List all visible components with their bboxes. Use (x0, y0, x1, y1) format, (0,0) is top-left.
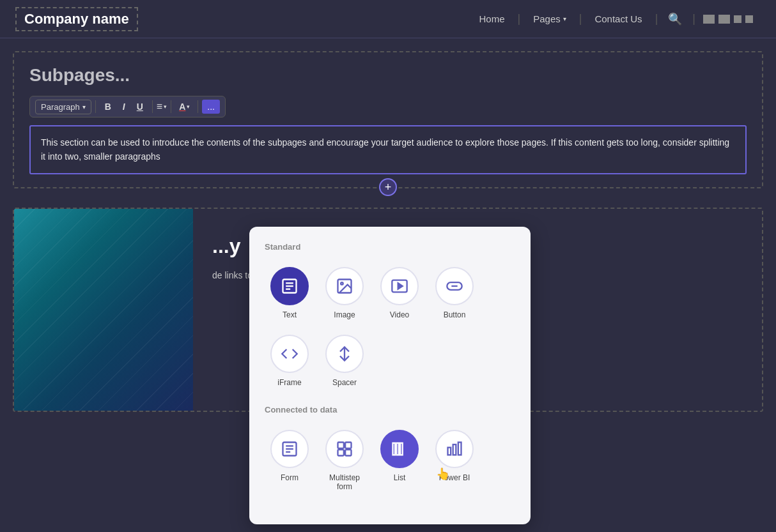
cursor-indicator: 👆 (436, 467, 450, 481)
block-item-iframe[interactable]: iFrame (265, 330, 314, 392)
standard-section-label: Standard (265, 242, 515, 252)
add-block-container: + (379, 178, 397, 196)
toolbar-divider-4 (198, 100, 198, 113)
text-toolbar: Paragraph ▾ B I U ≡ ▾ A ▾ ... (29, 96, 226, 118)
toolbar-divider-2 (152, 100, 153, 113)
svg-rect-22 (448, 448, 451, 455)
nav-contact[interactable]: Contact Us (582, 13, 655, 24)
block-item-spacer[interactable]: Spacer (320, 330, 369, 392)
video-block-label: Video (390, 310, 409, 319)
svg-rect-21 (400, 443, 403, 455)
page-content: Subpages... Paragraph ▾ B I U ≡ ▾ A ▾ ..… (0, 38, 776, 425)
more-options-button[interactable]: ... (202, 100, 220, 114)
color-button[interactable]: A ▾ (175, 99, 194, 114)
block-item-list[interactable]: List (375, 425, 424, 496)
text-content[interactable]: This section can be used to introduce th… (29, 125, 747, 174)
italic-button[interactable]: I (118, 99, 130, 114)
top-navigation: Company name Home | Pages ▾ | Contact Us… (0, 0, 776, 38)
text-block-icon (270, 267, 309, 305)
add-block-button[interactable]: + (379, 178, 397, 196)
connected-blocks-grid: Form Multistep form (265, 425, 515, 496)
paragraph-select[interactable]: Paragraph ▾ (35, 100, 91, 114)
image-block-icon (325, 267, 364, 305)
block-item-video[interactable]: Video (375, 262, 424, 324)
image-block-label: Image (334, 310, 355, 319)
button-block-icon (435, 267, 474, 305)
company-name[interactable]: Company name (15, 7, 138, 31)
bottom-image (14, 209, 193, 411)
chevron-down-icon: ▾ (82, 103, 86, 110)
svg-point-5 (341, 282, 343, 285)
underline-button[interactable]: U (132, 99, 148, 114)
toolbar-divider-1 (95, 100, 96, 113)
svg-rect-15 (338, 443, 344, 448)
svg-rect-23 (453, 445, 456, 455)
form-block-label: Form (281, 473, 299, 482)
list-block-label: List (394, 473, 406, 482)
list-block-icon (380, 430, 419, 468)
svg-rect-18 (345, 450, 351, 455)
nav-home[interactable]: Home (466, 13, 517, 24)
svg-rect-16 (345, 443, 351, 448)
nav-extra-icons (695, 15, 761, 24)
text-block-label: Text (283, 310, 297, 319)
image-overlay (14, 209, 193, 411)
svg-rect-19 (393, 443, 396, 455)
multistep-block-icon (325, 430, 364, 468)
nav-icon-2[interactable] (718, 15, 730, 24)
block-item-multistep[interactable]: Multistep form (320, 425, 369, 496)
nav-icon-1[interactable] (703, 15, 715, 24)
svg-marker-7 (398, 283, 403, 289)
block-item-powerbi[interactable]: Power BI (430, 425, 479, 496)
block-item-button[interactable]: Button (430, 262, 479, 324)
search-icon[interactable]: 🔍 (658, 12, 692, 26)
block-item-text[interactable]: Text (265, 262, 314, 324)
svg-rect-17 (338, 450, 344, 455)
standard-blocks-grid: Text Image (265, 262, 515, 392)
chevron-down-icon: ▾ (563, 15, 566, 22)
chevron-down-icon: ▾ (187, 103, 190, 110)
nav-icon-4[interactable] (745, 15, 753, 23)
multistep-block-label: Multistep form (322, 473, 367, 491)
nav-pages[interactable]: Pages ▾ (520, 13, 579, 24)
svg-rect-20 (396, 443, 399, 455)
block-picker-popup: Standard Text (249, 227, 531, 524)
spacer-block-label: Spacer (332, 378, 357, 387)
nav-links: Home | Pages ▾ | Contact Us | 🔍 | (466, 12, 761, 26)
bold-button[interactable]: B (100, 99, 116, 114)
video-block-icon (380, 267, 419, 305)
nav-icon-3[interactable] (734, 15, 741, 23)
align-button[interactable]: ≡ ▾ (157, 101, 167, 112)
svg-rect-24 (458, 443, 462, 455)
spacer-block-icon (325, 335, 364, 373)
iframe-block-label: iFrame (277, 378, 301, 387)
iframe-block-icon (270, 335, 309, 373)
section-title: Subpages... (29, 65, 747, 86)
chevron-down-icon: ▾ (164, 103, 167, 110)
toolbar-divider-3 (171, 100, 171, 113)
connected-section-label: Connected to data (265, 405, 515, 414)
powerbi-block-icon (435, 430, 474, 468)
button-block-label: Button (444, 310, 466, 319)
block-item-image[interactable]: Image (320, 262, 369, 324)
block-item-form[interactable]: Form (265, 425, 314, 496)
form-block-icon (270, 430, 309, 468)
editable-section: Subpages... Paragraph ▾ B I U ≡ ▾ A ▾ ..… (13, 51, 763, 188)
